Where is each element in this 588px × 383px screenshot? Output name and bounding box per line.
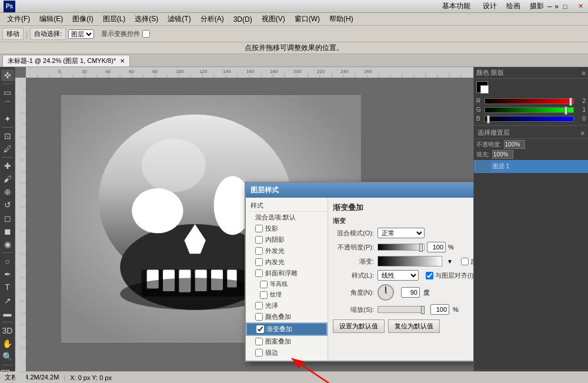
maximize-btn[interactable]: □ [557, 0, 573, 13]
gradient-tool[interactable]: ◼ [1, 225, 14, 237]
dialog-item-color-overlay[interactable]: 颜色叠加 [246, 311, 328, 322]
dialog-title-bar[interactable]: 图层样式 ✕ [246, 183, 473, 198]
style-select[interactable]: 线性 径向 角度 对称 菱形 [377, 270, 419, 281]
marquee-tool[interactable]: ▭ [1, 86, 14, 98]
gradient-dropdown-icon[interactable]: ▼ [447, 258, 453, 265]
angle-dial[interactable] [377, 284, 394, 301]
lasso-tool[interactable]: ⌒ [1, 99, 14, 111]
reset-default-btn[interactable]: 复位为默认值 [388, 319, 440, 333]
mode-expand[interactable]: » [554, 2, 559, 11]
dialog-item-stroke[interactable]: 描边 [246, 347, 328, 358]
clone-tool[interactable]: ⊕ [1, 186, 14, 198]
tab-close-icon[interactable]: ✕ [120, 58, 125, 64]
mode-paint[interactable]: 绘画 [506, 1, 520, 11]
menu-help[interactable]: 帮助(H) [325, 13, 358, 25]
menu-filter[interactable]: 滤镜(T) [163, 13, 195, 25]
magic-wand-tool[interactable]: ✦ [1, 112, 14, 124]
auto-select-dropdown[interactable]: 图层 [68, 29, 94, 39]
close-btn[interactable]: ✕ [573, 0, 588, 13]
hand-tool[interactable]: ✋ [1, 338, 14, 349]
opacity-row: 不透明度(P): % [333, 242, 473, 252]
dialog-item-blend[interactable]: 混合选项:默认 [246, 212, 328, 223]
layer-row-1[interactable]: 图层 1 [474, 160, 588, 173]
menu-window[interactable]: 窗口(W) [290, 13, 325, 25]
dialog-item-pattern-overlay[interactable]: 图案叠加 [246, 336, 328, 347]
menu-3d[interactable]: 3D(D) [229, 14, 257, 25]
mode-design[interactable]: 设计 [483, 1, 497, 11]
document-tab[interactable]: 未标题-1 @ 24.2% (图层 1, CMYK/8)* ✕ [2, 55, 130, 66]
svg-text:160: 160 [246, 69, 255, 74]
dialog-item-texture[interactable]: 纹理 [246, 289, 328, 300]
title-bar-controls[interactable]: ─ □ ✕ [542, 0, 588, 13]
zoom-tool[interactable]: 🔍 [1, 351, 14, 362]
dialog-item-contour[interactable]: 等高线 [246, 279, 328, 289]
opacity-value-input[interactable] [427, 242, 446, 252]
fill-input[interactable] [492, 150, 513, 159]
canvas-area[interactable]: 0 20 40 60 80 100 120 140 160 180 200 22… [15, 67, 473, 383]
eyedropper-tool[interactable]: 🖊 [1, 143, 14, 155]
menu-file[interactable]: 文件(F) [2, 13, 35, 25]
color-panel-menu[interactable]: ≡ [582, 69, 586, 76]
mode-photo[interactable]: 摄影 [530, 1, 544, 11]
opacity-control-row: 不透明度: [476, 140, 586, 149]
angle-row: 角度(N): 度 [333, 284, 473, 301]
crop-tool[interactable]: ⊡ [1, 130, 14, 142]
dialog-item-bevel[interactable]: 斜面和浮雕 [246, 268, 328, 279]
gradient-overlay-title: 渐变叠加 [333, 202, 473, 213]
history-brush-tool[interactable]: ↺ [1, 199, 14, 211]
dialog-item-drop-shadow[interactable]: 投影 [246, 223, 328, 234]
title-bar-mode[interactable]: 基本功能 [442, 1, 470, 11]
eraser-tool[interactable]: ◻ [1, 212, 14, 224]
b-slider[interactable] [485, 116, 574, 122]
menu-layer[interactable]: 图层(L) [98, 13, 131, 25]
dialog-item-gradient-overlay[interactable]: 渐变叠加 [246, 322, 328, 336]
layers-menu-btn[interactable]: ≡ [581, 129, 584, 136]
scale-value-input[interactable] [430, 304, 449, 315]
show-transform-checkbox[interactable] [142, 30, 150, 38]
dialog-item-outer-glow[interactable]: 外发光 [246, 245, 328, 257]
angle-value-input[interactable] [401, 287, 420, 298]
hint-bar: 点按并拖移可调整效果的位置。 [0, 42, 588, 54]
opacity-slider[interactable] [377, 244, 425, 251]
status-coordinates: X: 0 px Y: 0 px [70, 374, 112, 381]
dialog-item-satin[interactable]: 光泽 [246, 300, 328, 311]
dialog-item-inner-glow[interactable]: 内发光 [246, 257, 328, 268]
reverse-checkbox[interactable] [461, 258, 469, 265]
g-slider[interactable] [485, 107, 574, 113]
path-select-tool[interactable]: ↗ [1, 294, 14, 306]
move-tool-btn[interactable]: 移动 [2, 28, 24, 40]
menu-view[interactable]: 视图(V) [257, 13, 290, 25]
auto-select[interactable]: 自动选择: [30, 28, 66, 40]
healing-brush-tool[interactable]: ✚ [1, 160, 14, 172]
bg-color-swatch[interactable] [480, 85, 489, 94]
3d-tool[interactable]: 3D [1, 325, 14, 337]
r-slider[interactable] [485, 98, 574, 104]
menu-select[interactable]: 选择(S) [130, 13, 163, 25]
left-toolbar: ✜ ▭ ⌒ ✦ ⊡ 🖊 ✚ 🖌 ⊕ ↺ ◻ ◼ ◉ ○ ✒ T ↗ ▬ 3D ✋… [0, 67, 15, 383]
panel-divider-1 [474, 125, 588, 126]
svg-text:140: 140 [223, 69, 231, 74]
pen-tool[interactable]: ✒ [1, 268, 14, 280]
text-tool[interactable]: T [1, 281, 14, 293]
opacity-input[interactable] [504, 140, 525, 149]
shape-tool[interactable]: ▬ [1, 308, 14, 319]
brush-tool[interactable]: 🖌 [1, 173, 14, 185]
set-default-btn[interactable]: 设置为默认值 [333, 319, 385, 333]
align-layer-checkbox[interactable] [426, 272, 433, 279]
opacity-label-2: 不透明度: [476, 141, 502, 149]
blend-mode-select[interactable]: 正常 溶解 正片叠底 滤色 [377, 228, 425, 238]
blur-tool[interactable]: ◉ [1, 238, 14, 250]
gradient-preview[interactable] [377, 256, 442, 267]
dialog-item-inner-shadow[interactable]: 内阴影 [246, 234, 328, 245]
scale-unit: % [453, 306, 459, 313]
layers-list: 图层 1 [474, 160, 588, 369]
layer-thumbnail [476, 161, 490, 172]
move-tool[interactable]: ✜ [1, 69, 14, 81]
dodge-tool[interactable]: ○ [1, 255, 14, 267]
menu-analysis[interactable]: 分析(A) [196, 13, 229, 25]
menu-image[interactable]: 图像(I) [68, 13, 98, 25]
menu-edit[interactable]: 编辑(E) [35, 13, 68, 25]
b-value: 0 [576, 115, 586, 122]
fg-color-swatch[interactable] [476, 81, 488, 93]
scale-slider[interactable] [377, 306, 425, 313]
